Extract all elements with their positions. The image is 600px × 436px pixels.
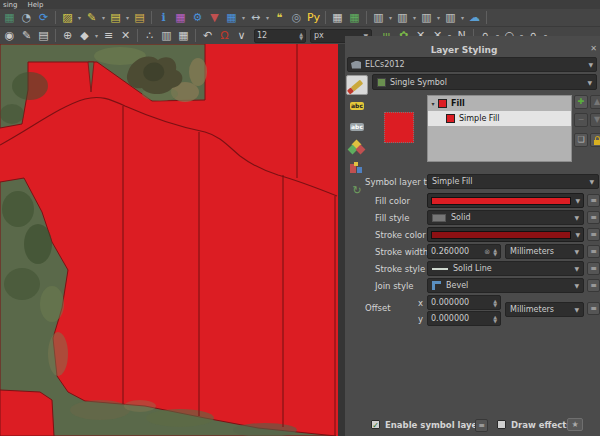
menu-item-help[interactable]: Help (27, 1, 43, 9)
map-canvas[interactable] (0, 44, 338, 436)
cloud-icon[interactable]: ☁ (466, 10, 483, 26)
save-edits-icon[interactable]: ▤ (35, 28, 52, 44)
refresh-icon[interactable]: ⟳ (35, 10, 52, 26)
pin-labels-icon[interactable]: ▥ (370, 10, 387, 26)
symbol-preview (384, 112, 414, 143)
chevron-down-icon: ▼ (571, 197, 580, 204)
fill-color-label: Fill color (375, 196, 410, 206)
duplicate-symbol-layer-button[interactable]: ❏ (574, 133, 588, 147)
chevron-down-icon: ▼ (574, 265, 579, 272)
chevron-down-icon: ▼ (589, 178, 594, 185)
add-feature-icon[interactable]: ⊕ (59, 28, 76, 44)
diagrams-icon[interactable] (346, 159, 368, 179)
move-annotation-icon[interactable]: ▤ (131, 10, 148, 26)
data-defined-override-button[interactable]: ≡ (587, 194, 600, 207)
fill-style-select[interactable]: Solid ▼ (427, 210, 584, 225)
move-up-button[interactable]: ▲ (590, 95, 600, 109)
3d-view-icon[interactable] (346, 138, 368, 158)
attribute-table-icon[interactable]: ▦ (223, 10, 240, 26)
enable-symbol-layer-checkbox[interactable]: ✓ (371, 420, 380, 429)
offset-unit-select[interactable]: Millimeters ▼ (505, 302, 584, 317)
remove-annotation-icon[interactable]: ▤ (107, 10, 124, 26)
stroke-width-unit-select[interactable]: Millimeters ▼ (505, 244, 584, 259)
stroke-width-stepper[interactable]: 0.260000 ⊗ ▲▼ (427, 244, 501, 259)
map-tips-icon[interactable]: ❝ (271, 10, 288, 26)
current-edits-icon[interactable]: ◉ (1, 28, 18, 44)
effects-customize-button[interactable]: ★ (567, 418, 583, 431)
fill-color-button[interactable]: ▼ (427, 193, 584, 208)
data-defined-override-button[interactable]: ≡ (587, 211, 600, 224)
temporal-clock-icon[interactable]: ◔ (18, 10, 35, 26)
stepper-arrows-icon[interactable]: ▲▼ (493, 248, 497, 256)
fill-style-preview (432, 214, 446, 222)
menu-item-processing[interactable]: sing (3, 1, 17, 9)
identify-features-icon[interactable]: ℹ (155, 10, 172, 26)
remove-symbol-layer-button[interactable]: − (574, 113, 588, 127)
undo-icon[interactable]: ↶ (199, 28, 216, 44)
move-label-icon[interactable]: ▥ (418, 10, 435, 26)
vertex-tool-icon[interactable]: ◆ (76, 28, 93, 44)
tree-row-fill[interactable]: ▾ Fill (428, 96, 571, 111)
paste-features-icon[interactable]: ▦ (175, 28, 192, 44)
draw-effects-checkbox[interactable] (497, 420, 506, 429)
symbol-layer-type-select[interactable]: Simple Fill ▼ (427, 174, 599, 189)
move-down-button[interactable]: ▼ (590, 113, 600, 127)
show-layout-manager-icon[interactable]: ▦ (346, 10, 363, 26)
bevel-join-icon (432, 281, 441, 290)
modify-attributes-icon[interactable]: ≡ (100, 28, 117, 44)
change-label-icon[interactable]: ▥ (442, 10, 459, 26)
panel-splitter[interactable] (338, 44, 345, 436)
tracing-icon[interactable]: ∨ (233, 28, 250, 44)
close-icon[interactable]: ✕ (590, 44, 597, 53)
stepper-arrows-icon[interactable]: ▲▼ (493, 315, 497, 323)
add-symbol-layer-button[interactable]: ✚ (574, 95, 588, 109)
stroke-color-button[interactable]: ▼ (427, 227, 584, 242)
stroke-color-label: Stroke color (375, 230, 426, 240)
data-defined-override-button[interactable]: ≡ (587, 245, 600, 258)
join-style-select[interactable]: Bevel ▼ (427, 278, 584, 293)
layer-select[interactable]: ELCs2012 ▼ (347, 57, 597, 72)
text-annotation-icon[interactable]: ✎ (83, 10, 100, 26)
menu-bar: sing Help (0, 0, 600, 9)
label-font-size-stepper[interactable]: 12 ▲▼ (254, 29, 306, 43)
map-icon[interactable]: ▦ (1, 10, 18, 26)
chevron-down-icon: ▼ (574, 306, 579, 313)
snapping-magnet-icon[interactable]: Ω (216, 28, 233, 44)
tree-row-simple-fill[interactable]: Simple Fill (428, 111, 571, 126)
stroke-style-select[interactable]: Solid Line ▼ (427, 261, 584, 276)
expander-icon[interactable]: ▾ (428, 100, 438, 107)
callouts-icon[interactable]: abc (346, 117, 368, 137)
clear-value-icon[interactable]: ⊗ (484, 248, 490, 256)
lock-colors-button[interactable] (590, 133, 600, 147)
python-console-icon[interactable]: Py (305, 10, 322, 26)
chevron-down-icon: ▼ (574, 282, 579, 289)
filter-legend-icon[interactable]: ▼ (206, 10, 223, 26)
data-defined-override-button[interactable]: ≡ (587, 302, 600, 315)
cut-features-icon[interactable]: ∴ (141, 28, 158, 44)
data-defined-override-button[interactable]: ≡ (587, 279, 600, 292)
data-defined-override-button[interactable]: ≡ (475, 419, 488, 432)
highlight-labels-icon[interactable]: ▥ (394, 10, 411, 26)
processing-toolbox-icon[interactable]: ⚙ (189, 10, 206, 26)
data-defined-override-button[interactable]: ≡ (587, 262, 600, 275)
stepper-arrows-icon[interactable]: ▲▼ (493, 299, 497, 307)
copy-features-icon[interactable]: ▥ (158, 28, 175, 44)
offset-x-stepper[interactable]: 0.000000 ▲▼ (427, 295, 501, 310)
tree-row-label: Fill (451, 99, 465, 108)
new-bookmark-icon[interactable]: ◎ (288, 10, 305, 26)
statistical-summary-icon[interactable]: ▦ (172, 10, 189, 26)
font-size-value[interactable]: 12 (257, 31, 299, 40)
new-print-layout-icon[interactable]: ▦ (329, 10, 346, 26)
symbol-layer-tree[interactable]: ▾ Fill Simple Fill (427, 95, 572, 162)
labels-icon[interactable]: abc (346, 96, 368, 116)
enable-symbol-layer-label: Enable symbol layer (385, 420, 481, 430)
renderer-select[interactable]: Single Symbol ▼ (372, 74, 597, 90)
select-features-icon[interactable]: ▨ (59, 10, 76, 26)
toggle-editing-icon[interactable]: ✎ (18, 28, 35, 44)
delete-selected-icon[interactable]: ✕ (117, 28, 134, 44)
offset-y-stepper[interactable]: 0.000000 ▲▼ (427, 311, 501, 326)
symbology-icon[interactable] (346, 75, 368, 95)
data-defined-override-button[interactable]: ≡ (587, 228, 600, 241)
measure-icon[interactable]: ↔ (247, 10, 264, 26)
stepper-arrows-icon[interactable]: ▲▼ (299, 32, 303, 40)
